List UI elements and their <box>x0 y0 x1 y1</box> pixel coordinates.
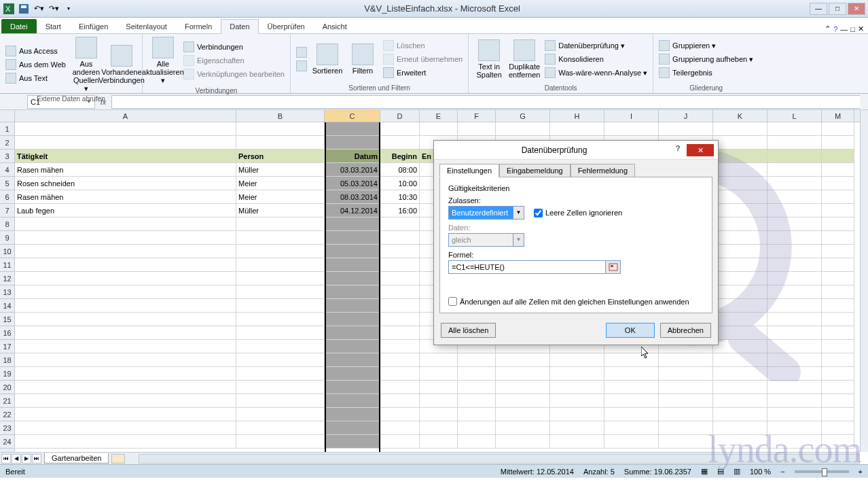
row-header[interactable]: 21 <box>0 394 14 408</box>
cell[interactable] <box>496 353 550 367</box>
row-header[interactable]: 15 <box>0 313 14 326</box>
whatif-button[interactable]: Was-wäre-wenn-Analyse ▾ <box>543 67 649 79</box>
cell[interactable] <box>15 421 236 435</box>
cell[interactable] <box>458 381 496 394</box>
column-header[interactable]: J <box>659 110 713 122</box>
cell[interactable] <box>380 353 420 367</box>
cell[interactable] <box>822 285 854 299</box>
cell[interactable] <box>713 421 767 435</box>
existing-connections-button[interactable]: Vorhandene Verbindungen <box>105 35 138 94</box>
cell[interactable] <box>822 136 854 150</box>
cell[interactable] <box>822 299 854 313</box>
cell[interactable] <box>822 435 854 449</box>
cell[interactable] <box>550 394 604 408</box>
row-header[interactable]: 13 <box>0 285 14 299</box>
workbook-minimize-icon[interactable]: — <box>840 25 848 33</box>
cell[interactable] <box>458 421 496 435</box>
cell[interactable] <box>420 381 458 394</box>
cell[interactable] <box>550 353 604 367</box>
column-header[interactable]: H <box>550 110 604 122</box>
from-other-sources-button[interactable]: Aus anderen Quellen ▾ <box>70 35 103 94</box>
row-header[interactable]: 11 <box>0 258 14 272</box>
cell[interactable] <box>458 408 496 421</box>
remove-duplicates-button[interactable]: Duplikate entfernen <box>508 35 541 83</box>
cell[interactable] <box>713 136 767 150</box>
cell[interactable] <box>325 408 380 421</box>
cell[interactable] <box>659 408 713 421</box>
cell[interactable] <box>713 353 767 367</box>
row-header[interactable]: 12 <box>0 272 14 285</box>
cell[interactable] <box>713 435 767 449</box>
row-header[interactable]: 18 <box>0 353 14 367</box>
cancel-button[interactable]: Abbrechen <box>660 323 711 338</box>
cell[interactable] <box>550 408 604 421</box>
cell[interactable] <box>822 313 854 326</box>
sheet-nav-next-icon[interactable]: ▶ <box>22 454 31 463</box>
cell[interactable] <box>15 326 236 340</box>
cell[interactable] <box>236 272 325 285</box>
cell[interactable] <box>604 408 659 421</box>
ignore-blank-checkbox[interactable]: Leere Zellen ignorieren <box>534 209 622 217</box>
cell[interactable] <box>713 408 767 421</box>
cell[interactable] <box>604 353 659 367</box>
cell[interactable] <box>767 150 822 163</box>
cell[interactable] <box>15 136 236 150</box>
undo-icon[interactable]: ↶▾ <box>33 3 45 15</box>
cell[interactable] <box>822 245 854 258</box>
cell[interactable] <box>380 217 420 231</box>
filter-button[interactable]: Filtern <box>346 35 379 83</box>
apply-all-input[interactable] <box>448 297 457 306</box>
row-header[interactable]: 10 <box>0 245 14 258</box>
row-header[interactable]: 17 <box>0 340 14 353</box>
cell[interactable]: 10:30 <box>380 190 420 204</box>
cell[interactable] <box>236 381 325 394</box>
cell[interactable] <box>380 367 420 381</box>
cell[interactable] <box>325 340 380 353</box>
zoom-out-button[interactable]: − <box>780 468 784 476</box>
row-header[interactable]: 9 <box>0 231 14 245</box>
dialog-titlebar[interactable]: Datenüberprüfung ? ✕ <box>434 141 718 160</box>
cell[interactable] <box>236 245 325 258</box>
cell[interactable]: 16:00 <box>380 204 420 217</box>
tab-data[interactable]: Daten <box>221 19 258 34</box>
cell[interactable] <box>380 299 420 313</box>
cell[interactable] <box>767 136 822 150</box>
cell[interactable] <box>325 299 380 313</box>
cell[interactable] <box>659 394 713 408</box>
cell[interactable] <box>713 381 767 394</box>
cell[interactable] <box>604 367 659 381</box>
cell[interactable] <box>713 299 767 313</box>
cell[interactable] <box>15 394 236 408</box>
sort-desc-button[interactable] <box>295 60 308 72</box>
cell[interactable] <box>604 435 659 449</box>
cell[interactable] <box>325 272 380 285</box>
view-pagelayout-icon[interactable]: ▤ <box>717 467 724 476</box>
cell[interactable] <box>767 435 822 449</box>
cell[interactable] <box>767 231 822 245</box>
cell[interactable] <box>713 394 767 408</box>
tab-pagelayout[interactable]: Seitenlayout <box>117 19 176 33</box>
cell[interactable] <box>380 272 420 285</box>
apply-all-checkbox[interactable]: Änderungen auf alle Zellen mit den gleic… <box>448 297 704 306</box>
cell[interactable] <box>380 245 420 258</box>
row-header[interactable]: 5 <box>0 177 14 190</box>
sort-button[interactable]: Sortieren <box>311 35 344 83</box>
cell[interactable] <box>380 136 420 150</box>
cell[interactable] <box>713 285 767 299</box>
cell[interactable] <box>236 258 325 272</box>
cell[interactable] <box>822 421 854 435</box>
cell[interactable] <box>713 340 767 353</box>
cell[interactable] <box>15 217 236 231</box>
row-header[interactable]: 8 <box>0 217 14 231</box>
cell[interactable]: Rasen mähen <box>15 190 236 204</box>
cell[interactable] <box>236 217 325 231</box>
tab-settings[interactable]: Einstellungen <box>439 164 499 177</box>
tab-view[interactable]: Ansicht <box>314 19 356 33</box>
cell[interactable] <box>236 313 325 326</box>
row-header[interactable]: 4 <box>0 163 14 177</box>
refresh-all-button[interactable]: Alle aktualisieren ▾ <box>147 35 179 86</box>
cell[interactable] <box>15 313 236 326</box>
view-normal-icon[interactable]: ▦ <box>701 467 708 476</box>
group-button[interactable]: Gruppieren ▾ <box>657 39 755 52</box>
cell[interactable] <box>420 122 458 136</box>
